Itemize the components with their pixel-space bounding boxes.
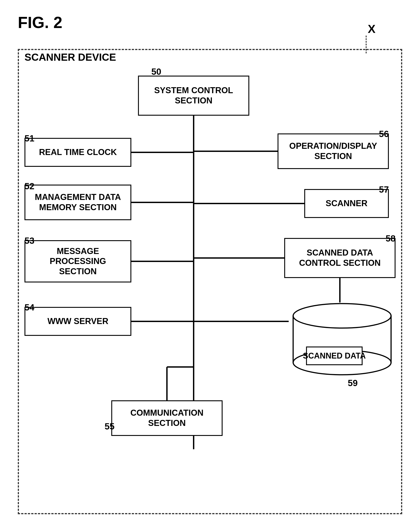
op-display-label: OPERATION/DISPLAYSECTION bbox=[289, 141, 377, 161]
ref-55: 55 bbox=[105, 421, 115, 431]
comm-box: COMMUNICATIONSECTION bbox=[111, 400, 223, 436]
rtc-label: REAL TIME CLOCK bbox=[39, 147, 117, 158]
msg-label: MESSAGEPROCESSINGSECTION bbox=[50, 246, 106, 277]
ref-59: 59 bbox=[348, 378, 358, 388]
op-display-box: OPERATION/DISPLAYSECTION bbox=[278, 133, 389, 169]
ref-54: 54 bbox=[25, 302, 34, 313]
mgmt-label: MANAGEMENT DATAMEMORY SECTION bbox=[35, 192, 121, 212]
scanned-ctrl-label: SCANNED DATACONTROL SECTION bbox=[299, 248, 381, 268]
www-label: WWW SERVER bbox=[47, 316, 108, 327]
system-control-label: SYSTEM CONTROLSECTION bbox=[154, 86, 233, 106]
msg-box: MESSAGEPROCESSINGSECTION bbox=[25, 240, 131, 282]
mgmt-box: MANAGEMENT DATAMEMORY SECTION bbox=[25, 185, 131, 220]
comm-label: COMMUNICATIONSECTION bbox=[130, 408, 204, 428]
ref-53: 53 bbox=[25, 236, 34, 246]
scanner-device-label: SCANNER DEVICE bbox=[25, 51, 116, 63]
ref-56: 56 bbox=[379, 129, 389, 139]
ref-57: 57 bbox=[379, 185, 389, 195]
scanner-label: SCANNER bbox=[326, 198, 367, 209]
cylinder-svg: SCANNED DATA bbox=[289, 302, 395, 378]
scanned-data-cylinder: SCANNED DATA bbox=[289, 302, 395, 378]
scanned-ctrl-box: SCANNED DATACONTROL SECTION bbox=[284, 238, 395, 278]
svg-point-13 bbox=[293, 303, 391, 328]
svg-text:SCANNED DATA: SCANNED DATA bbox=[303, 351, 366, 360]
system-control-box: SYSTEM CONTROLSECTION bbox=[138, 76, 249, 116]
ref-52: 52 bbox=[25, 181, 34, 191]
rtc-box: REAL TIME CLOCK bbox=[25, 138, 131, 167]
scanner-box: SCANNER bbox=[304, 189, 389, 218]
x-label: X bbox=[368, 22, 375, 36]
ref-58: 58 bbox=[386, 233, 396, 244]
www-box: WWW SERVER bbox=[25, 307, 131, 336]
ref-50: 50 bbox=[151, 67, 161, 77]
ref-51: 51 bbox=[25, 133, 34, 144]
figure-title: FIG. 2 bbox=[18, 13, 62, 32]
